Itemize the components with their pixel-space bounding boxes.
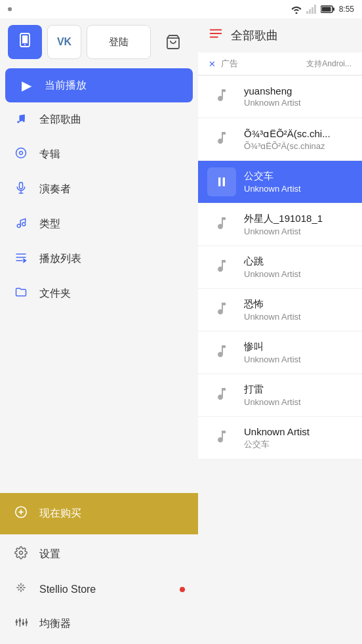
- main-content: 全部歌曲 ✕ 广告 支持Androi...: [198, 18, 362, 644]
- song-title: Unknown Artist: [244, 426, 353, 437]
- song-item[interactable]: yuansheng Unknown Artist: [198, 75, 362, 118]
- status-dot: [8, 7, 12, 11]
- device-button[interactable]: [8, 25, 42, 59]
- svg-point-17: [22, 223, 26, 226]
- album-icon: [13, 146, 29, 163]
- genre-icon: [13, 216, 29, 232]
- song-icon-wrap: [207, 338, 236, 367]
- settings-item[interactable]: 设置: [0, 537, 198, 572]
- song-title: 惨叫: [244, 341, 353, 353]
- svg-point-0: [295, 12, 297, 14]
- nav-label-current: 当前播放: [45, 79, 87, 93]
- nav-item-artists[interactable]: 演奏者: [0, 172, 198, 207]
- svg-point-24: [20, 551, 23, 555]
- ad-right-text: 支持Androi...: [306, 58, 352, 70]
- svg-point-13: [20, 152, 23, 155]
- vk-button[interactable]: VK: [47, 25, 81, 59]
- song-icon-wrap: [207, 82, 236, 111]
- song-icon-wrap: [207, 295, 236, 324]
- nav-item-allsongs[interactable]: 全部歌曲: [0, 102, 198, 137]
- app-container: VK 登陆 ▶ 当前播放: [0, 18, 362, 644]
- song-title: Õ¾³ɑËÕ²Ä(sc.chi...: [244, 128, 353, 140]
- music-note-icon: [214, 130, 230, 149]
- song-info: 心跳 Unknown Artist: [244, 255, 353, 279]
- login-label: 登陆: [109, 36, 129, 49]
- svg-rect-6: [332, 8, 334, 11]
- nav-item-playlists[interactable]: 播放列表: [0, 242, 198, 276]
- song-icon-wrap: [207, 381, 236, 410]
- song-info: 惨叫 Unknown Artist: [244, 341, 353, 364]
- song-item[interactable]: 恐怖 Unknown Artist: [198, 289, 362, 332]
- song-item[interactable]: 外星人_191018_1 Unknown Artist: [198, 204, 362, 246]
- login-button[interactable]: 登陆: [87, 25, 151, 59]
- equalizer-icon: [13, 616, 29, 632]
- ad-banner: ✕ 广告 支持Androi...: [198, 53, 362, 75]
- music-note-icon: [214, 429, 230, 448]
- song-info: yuansheng Unknown Artist: [244, 85, 353, 108]
- song-artist: Unknown Artist: [244, 397, 353, 407]
- status-bar-left: [8, 7, 12, 11]
- song-info: 恐怖 Unknown Artist: [244, 298, 353, 322]
- svg-rect-27: [16, 621, 18, 623]
- song-item-playing[interactable]: 公交车 Unknown Artist: [198, 161, 362, 204]
- nav-label-folders: 文件夹: [39, 287, 71, 301]
- buy-label: 现在购买: [39, 507, 81, 521]
- cart-icon: [165, 34, 181, 50]
- nav-item-folders[interactable]: 文件夹: [0, 276, 198, 311]
- nav-label-artists: 演奏者: [39, 182, 71, 196]
- song-item[interactable]: Unknown Artist 公交车: [198, 417, 362, 460]
- store-label: Stellio Store: [39, 584, 96, 595]
- svg-point-12: [16, 148, 26, 158]
- song-info: Unknown Artist 公交车: [244, 426, 353, 450]
- svg-rect-4: [314, 5, 316, 14]
- song-title: 打雷: [244, 383, 353, 396]
- song-icon-wrap: [207, 253, 236, 282]
- nav-label-allsongs: 全部歌曲: [39, 113, 81, 127]
- svg-rect-29: [19, 620, 21, 622]
- settings-label: 设置: [39, 547, 60, 561]
- nav-item-albums[interactable]: 专辑: [0, 137, 198, 172]
- sidebar-bottom: 设置 Stellio Store: [0, 534, 198, 644]
- music-note-icon: [214, 258, 230, 277]
- song-artist: Unknown Artist: [244, 269, 353, 279]
- device-icon: [17, 32, 33, 52]
- song-icon-wrap: [207, 167, 236, 196]
- play-icon: ▶: [18, 77, 34, 93]
- buy-button[interactable]: 现在购买: [0, 493, 198, 534]
- folder-icon: [13, 286, 29, 302]
- svg-rect-3: [312, 7, 313, 14]
- status-bar: 8:55: [0, 0, 362, 18]
- song-icon-wrap: [207, 423, 236, 452]
- song-title: 心跳: [244, 255, 353, 268]
- song-item[interactable]: Õ¾³ɑËÕ²Ä(sc.chi... Õ¾³ɑËÕ²Ä(sc.chinaz: [198, 118, 362, 161]
- song-item[interactable]: 惨叫 Unknown Artist: [198, 332, 362, 374]
- song-item[interactable]: 心跳 Unknown Artist: [198, 246, 362, 289]
- ad-close[interactable]: ✕: [209, 59, 216, 69]
- playlist-icon: [13, 251, 29, 267]
- svg-point-25: [20, 587, 22, 588]
- buy-icon: [13, 505, 29, 523]
- cart-button[interactable]: [156, 25, 190, 59]
- song-info: Õ¾³ɑËÕ²Ä(sc.chi... Õ¾³ɑËÕ²Ä(sc.chinaz: [244, 128, 353, 151]
- song-info: 外星人_191018_1 Unknown Artist: [244, 213, 353, 236]
- status-bar-right: 8:55: [291, 5, 354, 14]
- song-artist: Unknown Artist: [244, 354, 353, 364]
- equalizer-item[interactable]: 均衡器: [0, 607, 198, 641]
- music-note-icon: [214, 343, 230, 362]
- song-title: 恐怖: [244, 298, 353, 311]
- song-info: 公交车 Unknown Artist: [244, 170, 353, 194]
- song-item[interactable]: 打雷 Unknown Artist: [198, 374, 362, 417]
- nav-item-genres[interactable]: 类型: [0, 207, 198, 242]
- store-item[interactable]: Stellio Store: [0, 572, 198, 607]
- wifi-icon: [291, 5, 302, 14]
- nav-item-current[interactable]: ▶ 当前播放: [5, 68, 193, 102]
- svg-rect-37: [218, 177, 220, 186]
- song-title: 公交车: [244, 170, 353, 182]
- song-icon-wrap: [207, 125, 236, 154]
- mic-icon: [13, 181, 29, 198]
- sidebar-nav: ▶ 当前播放 全部歌曲 专辑: [0, 66, 198, 488]
- pause-button[interactable]: [207, 167, 236, 196]
- svg-rect-33: [26, 621, 28, 623]
- menu-icon[interactable]: [209, 26, 223, 45]
- battery-icon: [321, 5, 335, 13]
